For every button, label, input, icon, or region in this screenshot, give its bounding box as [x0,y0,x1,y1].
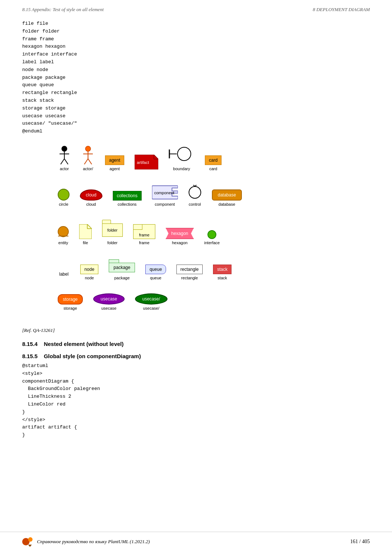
svg-point-22 [58,226,68,237]
diagram-area: actor actor/ agent agent [22,142,370,322]
agent-shape: agent [105,155,124,165]
code-line: } [22,408,370,416]
boundary-svg [169,146,195,165]
diagram-item-database: database database [212,189,242,206]
node-label: node [85,276,94,280]
actor-label: actor [60,166,69,171]
diagram-item-stack: stack stack [213,265,232,280]
collections-shape: collections [113,191,142,201]
svg-point-0 [62,146,67,151]
code-line: label label [22,58,370,66]
svg-marker-24 [79,224,92,239]
diagram-item-collections: collections collections [113,191,142,206]
diagram-item-control: control [188,184,202,206]
section-8155-number: 8.15.5 [22,353,38,359]
diagram-item-rectangle: rectangle rectangle [176,265,203,280]
code-line: package package [22,74,370,82]
header-right: 8 DEPLOYMENT DIAGRAM [313,7,370,13]
stack-shape: stack [213,265,232,274]
code-line: hexagon hexagon [22,43,370,51]
cloud-label: cloud [86,202,96,206]
usecase-shape: usecase [93,293,125,305]
circle-label: circle [59,202,68,206]
control-svg [188,184,202,201]
rectangle-label: rectangle [181,276,198,280]
diagram-item-cloud: cloud cloud [80,189,102,206]
package-shape: package [109,263,135,272]
code-line: componentDiagram { [22,378,370,386]
entity-label: entity [58,240,68,245]
footer-text: Справочное руководство по языку PlantUML… [37,539,150,545]
diagram-item-boundary: boundary [169,146,195,171]
code-line: stack stack [22,97,370,105]
queue-label: queue [150,276,162,280]
svg-marker-29 [28,545,32,547]
code-line: folder folder [22,28,370,36]
code-line: interface interface [22,51,370,58]
hexagon-label: hexagon [172,240,187,245]
diagram-item-component: component component [152,184,178,206]
code-line: rectangle rectangle [22,89,370,97]
svg-text:artifact: artifact [137,160,149,165]
code-line: frame frame [22,36,370,43]
footer-page: 161 / 405 [350,539,370,545]
storage-shape: storage [58,294,83,305]
code-line: <style> [22,370,370,378]
code-line: BackGroundColor palegreen [22,385,370,393]
section-8154-header: 8.15.4 Nested element (without level) [22,341,370,347]
svg-line-4 [64,159,68,164]
code-block-1: file file folder folder frame frame hexa… [22,20,370,135]
svg-point-14 [178,147,191,161]
section-8154-number: 8.15.4 [22,341,38,347]
cloud-shape: cloud [80,189,102,201]
stack-label: stack [217,276,227,280]
queue-shape: queue [145,265,166,274]
folder-label: folder [107,240,118,245]
diagram-item-hexagon: hexagon hexagon [166,228,194,245]
diagram-item-agent: agent agent [105,155,124,171]
page-footer: Справочное руководство по языку PlantUML… [0,532,392,551]
header-left: 8.15 Appendix: Test of style on all elem… [22,7,104,13]
code-line: @enduml [22,128,370,135]
svg-point-21 [189,186,201,198]
entity-svg [58,224,69,239]
diagram-item-file: file [79,224,92,245]
code-line: artifact artifact { [22,424,370,431]
file-label: file [83,240,88,245]
code-line: node node [22,66,370,74]
diagram-item-label: label [58,270,70,280]
code-line: @startuml [22,362,370,370]
code-line: file file [22,20,370,28]
svg-line-3 [61,159,64,164]
collections-label: collections [118,202,136,206]
hexagon-shape: hexagon [166,228,194,239]
interface-label: interface [204,240,220,245]
code-line: </style> [22,416,370,424]
diagram-row-2: circle cloud cloud collections collectio… [22,184,370,206]
svg-point-5 [85,146,91,151]
section-8155-title: Global style (on componentDiagram) [44,353,141,359]
component-label: component [155,202,175,206]
code-line: usecase/ "usecase/" [22,120,370,128]
interface-shape [207,230,216,239]
file-svg [79,224,92,239]
code-line: LineColor red [22,401,370,408]
diagram-row-4: label node node package package queue qu… [22,258,370,280]
svg-point-28 [28,537,33,542]
section-8154-title: Nested element (without level) [44,341,124,347]
code-line: storage storage [22,105,370,112]
code-line: } [22,431,370,439]
diagram-item-frame: frame frame [133,224,155,245]
usecase-label: usecase [101,306,116,310]
plantuml-logo-icon [22,536,34,548]
package-label: package [114,276,130,280]
label-shape: label [58,270,70,279]
diagram-row-1: actor actor/ agent agent [22,146,370,171]
boundary-label: boundary [173,166,190,171]
actor-svg [58,146,71,165]
frame-label: frame [139,240,149,245]
diagram-item-card: card card [205,155,222,171]
control-label: control [189,202,201,206]
svg-text:component: component [154,191,174,195]
diagram-item-interface: interface [204,230,220,245]
